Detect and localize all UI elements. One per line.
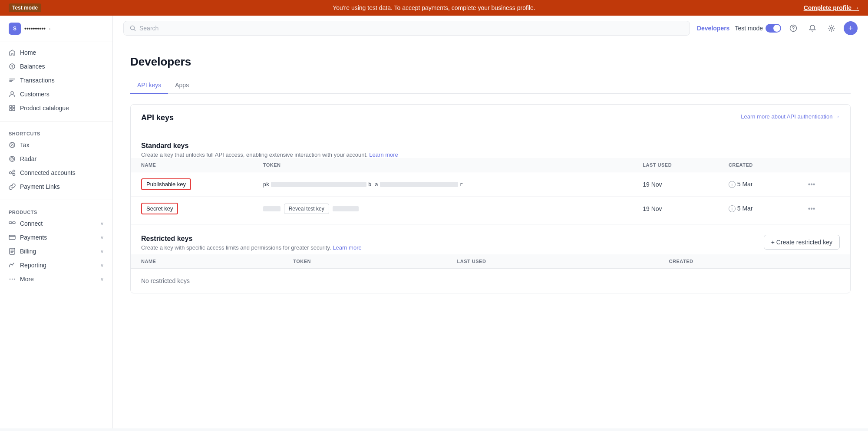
info-icon[interactable]: i — [729, 181, 736, 188]
standard-keys-title: Standard keys — [141, 142, 840, 150]
sidebar-item-connect[interactable]: Connect ∨ — [0, 217, 112, 230]
sidebar-item-product-catalogue[interactable]: Product catalogue — [0, 101, 112, 115]
reveal-key-button[interactable]: Reveal test key — [284, 204, 329, 214]
search-bar[interactable]: Search — [123, 21, 690, 36]
search-icon — [130, 25, 136, 31]
test-mode-toggle[interactable]: Test mode — [735, 24, 781, 33]
secret-key-created-cell: i 5 Mar — [718, 197, 796, 221]
publishable-key-badge: Publishable key — [141, 178, 191, 190]
settings-button[interactable] — [825, 21, 838, 35]
publishable-key-name-cell: Publishable key — [131, 172, 253, 197]
more-chevron-icon: ∨ — [100, 276, 104, 282]
secret-key-created: 5 Mar — [737, 205, 753, 212]
add-button[interactable]: + — [844, 21, 858, 35]
page-title: Developers — [130, 55, 851, 69]
publishable-token-blur — [271, 182, 366, 187]
shortcuts-label: Shortcuts — [0, 128, 112, 138]
customers-icon — [9, 91, 16, 98]
create-restricted-key-button[interactable]: + Create restricted key — [764, 235, 840, 250]
secret-token-blur-1 — [263, 206, 281, 211]
payments-icon — [9, 234, 16, 241]
search-placeholder: Search — [139, 25, 158, 32]
publishable-key-last-used: 19 Nov — [632, 172, 718, 197]
svg-rect-3 — [13, 105, 15, 108]
publishable-key-token: pk b a r — [263, 181, 622, 188]
publishable-key-menu-button[interactable]: ••• — [806, 179, 817, 190]
table-row: Secret key Reveal test key 19 Nov — [131, 197, 850, 221]
secret-key-menu-button[interactable]: ••• — [806, 203, 817, 214]
logo-icon: S — [9, 23, 21, 35]
sidebar-item-balances[interactable]: Balances — [0, 59, 112, 73]
org-name: •••••••••• — [24, 25, 46, 32]
sidebar-item-payments[interactable]: Payments ∨ — [0, 230, 112, 244]
sidebar-item-home[interactable]: Home — [0, 46, 112, 59]
reporting-icon — [9, 262, 16, 269]
api-auth-learn-more-link[interactable]: Learn more about API authentication → — [741, 113, 840, 120]
sidebar-item-tax[interactable]: Tax — [0, 138, 112, 152]
sidebar-item-more[interactable]: More ∨ — [0, 272, 112, 286]
payment-links-icon — [9, 183, 16, 190]
org-chevron-icon: › — [49, 26, 50, 31]
home-icon — [9, 49, 16, 56]
svg-rect-2 — [10, 105, 12, 108]
notifications-button[interactable] — [805, 21, 819, 35]
sidebar-item-billing[interactable]: Billing ∨ — [0, 244, 112, 258]
tab-api-keys[interactable]: API keys — [130, 77, 168, 94]
products-label: Products — [0, 206, 112, 217]
secret-key-last-used: 19 Nov — [632, 197, 718, 221]
product-icon — [9, 105, 16, 112]
sidebar-item-connect-label: Connect — [20, 220, 43, 227]
restricted-learn-more-link[interactable]: Learn more — [333, 244, 361, 251]
radar-icon — [9, 155, 16, 162]
publishable-key-token-cell: pk b a r — [253, 172, 633, 197]
toggle-switch[interactable] — [766, 24, 781, 33]
sidebar-item-reporting[interactable]: Reporting ∨ — [0, 258, 112, 272]
help-button[interactable] — [786, 21, 800, 35]
banner-message: You're using test data. To accept paymen… — [333, 4, 535, 11]
svg-rect-15 — [9, 235, 15, 240]
complete-profile-link[interactable]: Complete profile → — [804, 4, 859, 11]
secret-key-token-container: Reveal test key — [263, 204, 622, 214]
products-nav: Products Connect ∨ Payments ∨ — [0, 203, 112, 290]
billing-chevron-icon: ∨ — [100, 249, 104, 254]
svg-point-19 — [14, 279, 15, 280]
shortcuts-nav: Shortcuts Tax Radar Connected acc — [0, 124, 112, 197]
sidebar-item-connected-accounts-label: Connected accounts — [20, 169, 76, 176]
more-icon — [9, 276, 16, 283]
tab-apps[interactable]: Apps — [168, 77, 196, 94]
sidebar-item-radar[interactable]: Radar — [0, 152, 112, 166]
sidebar-logo[interactable]: S •••••••••• › — [0, 16, 112, 42]
svg-point-22 — [793, 30, 794, 30]
svg-point-11 — [13, 170, 15, 172]
secret-key-token-cell: Reveal test key — [253, 197, 633, 221]
col-created: CREATED — [718, 158, 796, 172]
tabs: API keys Apps — [130, 77, 851, 94]
sidebar-item-billing-label: Billing — [20, 248, 36, 255]
top-banner: Test mode You're using test data. To acc… — [0, 0, 868, 16]
restricted-col-created: CREATED — [659, 254, 850, 269]
sidebar-item-connected-accounts[interactable]: Connected accounts — [0, 166, 112, 180]
sidebar-item-payments-label: Payments — [20, 234, 47, 241]
sidebar-item-transactions[interactable]: Transactions — [0, 73, 112, 87]
restricted-keys-description: Create a key with specific access limits… — [141, 244, 362, 251]
sidebar-item-payment-links[interactable]: Payment Links — [0, 180, 112, 194]
standard-keys-section: Standard keys Create a key that unlocks … — [131, 133, 850, 158]
restricted-keys-table: NAME TOKEN LAST USED CREATED No restrict… — [131, 254, 850, 293]
tax-icon — [9, 141, 16, 148]
sidebar-item-customers[interactable]: Customers — [0, 87, 112, 101]
publishable-key-created-cell: i 5 Mar — [718, 172, 796, 197]
developers-link[interactable]: Developers — [697, 25, 729, 32]
sidebar-item-more-label: More — [20, 276, 34, 283]
sidebar-item-product-catalogue-label: Product catalogue — [20, 105, 69, 112]
restricted-keys-info: Restricted keys Create a key with specif… — [141, 235, 362, 251]
info-icon-2[interactable]: i — [729, 205, 736, 212]
svg-point-17 — [10, 279, 10, 280]
connect-icon — [9, 220, 16, 227]
bell-icon — [809, 24, 816, 32]
col-token: TOKEN — [253, 158, 633, 172]
standard-learn-more-link[interactable]: Learn more — [369, 151, 398, 158]
billing-icon — [9, 248, 16, 255]
secret-key-menu-cell: ••• — [796, 197, 850, 221]
api-keys-card: API keys Learn more about API authentica… — [130, 104, 851, 293]
standard-keys-table: NAME TOKEN LAST USED CREATED Publishable… — [131, 158, 850, 220]
